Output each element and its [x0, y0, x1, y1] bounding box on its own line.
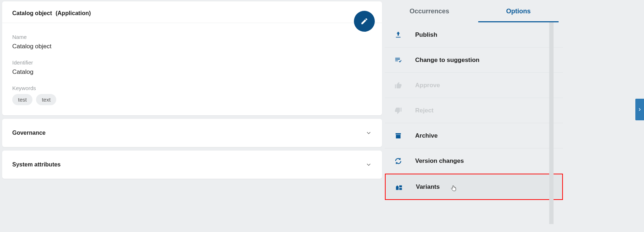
option-change-to-suggestion-label: Change to suggestion — [415, 57, 480, 64]
name-label: Name — [12, 34, 372, 40]
option-reject: Reject — [385, 98, 563, 123]
governance-accordion[interactable]: Governance — [2, 119, 382, 147]
variants-icon — [392, 183, 406, 191]
keywords-label: Keywords — [12, 85, 372, 91]
name-field: Name Catalog object — [12, 34, 372, 50]
option-publish[interactable]: Publish — [385, 22, 563, 48]
tab-options[interactable]: Options — [474, 0, 563, 22]
option-publish-label: Publish — [415, 31, 437, 39]
name-value: Catalog object — [12, 43, 372, 50]
thumb-down-icon — [391, 107, 405, 115]
keyword-tag: test — [12, 94, 32, 105]
pencil-icon — [360, 17, 368, 25]
page-title: Catalog object — [12, 10, 52, 17]
details-card: Catalog object (Application) Name Catalo… — [2, 1, 382, 115]
publish-icon — [391, 31, 405, 39]
option-approve-label: Approve — [415, 82, 440, 89]
details-card-header: Catalog object (Application) — [2, 1, 382, 23]
archive-icon — [391, 132, 405, 140]
identifier-value: Catalog — [12, 68, 372, 76]
option-version-changes-label: Version changes — [415, 157, 464, 165]
tab-options-label: Options — [506, 8, 531, 15]
cursor-icon — [451, 185, 457, 192]
option-version-changes[interactable]: Version changes — [385, 148, 563, 174]
thumb-up-icon — [391, 81, 405, 89]
suggest-icon — [391, 56, 405, 64]
system-attributes-title: System attributes — [12, 161, 61, 168]
options-list: Publish Change to suggestion Approve — [385, 22, 563, 200]
identifier-label: Identifier — [12, 59, 372, 66]
side-panel: Occurrences Options Publish Change to su… — [385, 0, 563, 232]
scrollbar[interactable] — [549, 22, 554, 224]
option-approve: Approve — [385, 73, 563, 98]
system-attributes-accordion[interactable]: System attributes — [2, 151, 382, 179]
governance-title: Governance — [12, 130, 45, 136]
edit-button[interactable] — [354, 11, 375, 32]
option-reject-label: Reject — [415, 107, 434, 114]
page-subtitle: (Application) — [55, 10, 91, 17]
option-archive-label: Archive — [415, 132, 438, 139]
chevron-down-icon — [365, 161, 372, 168]
tab-occurrences-label: Occurrences — [409, 8, 449, 15]
keywords-field: Keywords test text — [12, 85, 372, 105]
sync-icon — [391, 157, 405, 165]
chevron-right-icon — [637, 107, 642, 112]
identifier-field: Identifier Catalog — [12, 59, 372, 76]
tab-occurrences[interactable]: Occurrences — [385, 0, 474, 22]
option-archive[interactable]: Archive — [385, 123, 563, 148]
option-variants-label: Variants — [416, 183, 440, 191]
side-tabs: Occurrences Options — [385, 0, 563, 22]
option-change-to-suggestion[interactable]: Change to suggestion — [385, 48, 563, 73]
keyword-tag: text — [36, 94, 56, 105]
chevron-down-icon — [365, 130, 372, 136]
expand-panel-button[interactable] — [635, 99, 644, 120]
main-column: Catalog object (Application) Name Catalo… — [0, 0, 382, 232]
option-variants[interactable]: Variants — [385, 174, 563, 200]
